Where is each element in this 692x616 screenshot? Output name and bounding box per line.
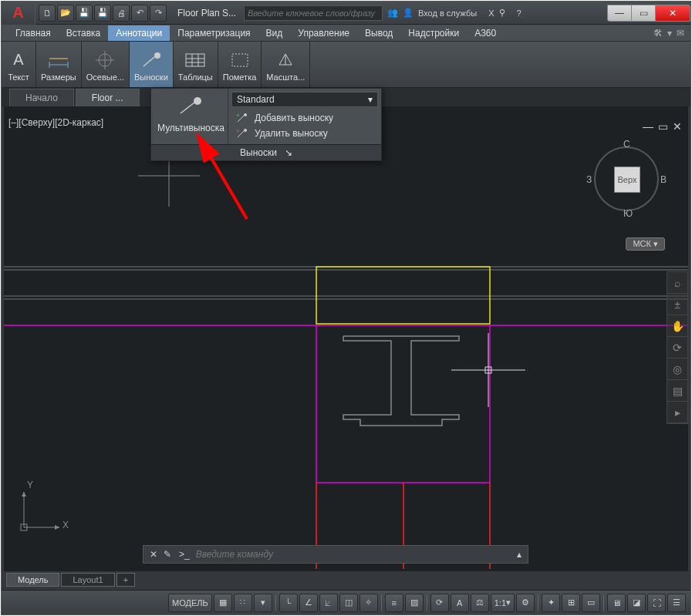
ribbon-text[interactable]: A Текст xyxy=(2,42,36,87)
tab-add-layout[interactable]: + xyxy=(116,573,135,587)
ribbon-dimensions[interactable]: Размеры xyxy=(36,42,82,87)
ribbon-markup[interactable]: Пометка xyxy=(218,42,262,87)
nav-zoom-icon[interactable]: ± xyxy=(667,294,687,315)
leaders-panel-title[interactable]: Выноски ↘ xyxy=(151,144,381,160)
ribbon-scale[interactable]: Масшта... xyxy=(262,42,310,87)
navigation-bar: ⌕ ± ✋ ⟳ ◎ ▤ ▸ xyxy=(667,271,688,424)
nav-pan-icon[interactable]: ✋ xyxy=(667,315,687,337)
cmdline-config-icon[interactable]: ✎ xyxy=(164,549,176,560)
status-isolate-icon[interactable]: ◪ xyxy=(627,594,646,612)
ribbon-center-label: Осевые... xyxy=(86,72,124,82)
tab-start[interactable]: Начало xyxy=(9,89,74,106)
status-cleanscreen-icon[interactable]: ⛶ xyxy=(647,594,666,612)
maximize-button[interactable]: ▭ xyxy=(631,5,656,22)
menu-addins[interactable]: Надстройки xyxy=(400,25,467,41)
nav-full-icon[interactable]: ⌕ xyxy=(667,272,687,294)
search-input[interactable] xyxy=(244,5,383,21)
status-transparency-icon[interactable]: ▨ xyxy=(405,594,424,612)
nav-wheel-icon[interactable]: ◎ xyxy=(667,358,687,380)
menu-annotations[interactable]: Аннотации xyxy=(108,25,170,41)
status-model-button[interactable]: МОДЕЛЬ xyxy=(168,594,212,612)
status-iso-icon[interactable]: ⟀ xyxy=(319,594,338,612)
help-icon[interactable]: ? xyxy=(517,8,522,18)
status-bar: МОДЕЛЬ ▦ ∷ ▾ └ ∠ ⟀ ◫ ✧ ≡ ▨ ⟳ A ⚖ 1:1 ▾ ⚙… xyxy=(2,590,690,614)
status-grid-icon[interactable]: ▦ xyxy=(214,594,232,612)
ribbon-leaders[interactable]: Выноски xyxy=(130,42,174,87)
menu-output[interactable]: Вывод xyxy=(357,25,400,41)
app-logo[interactable]: A xyxy=(2,2,35,25)
exchange-icon[interactable]: X xyxy=(488,8,494,18)
remove-leader-option[interactable]: × Удалить выноску xyxy=(231,126,378,141)
people-icon[interactable]: 👥 xyxy=(387,8,398,18)
status-units-icon[interactable]: ⊞ xyxy=(562,594,580,612)
saveas-icon[interactable]: 💾 xyxy=(94,5,111,22)
open-file-icon[interactable]: 📂 xyxy=(57,5,74,22)
status-osnap-icon[interactable]: ◫ xyxy=(339,594,358,612)
user-icon[interactable]: 👤 xyxy=(403,8,414,18)
redo-icon[interactable]: ↷ xyxy=(150,5,167,22)
close-button[interactable]: ✕ xyxy=(655,5,690,22)
svg-point-42 xyxy=(244,113,247,116)
nav-orbit-icon[interactable]: ⟳ xyxy=(667,337,687,358)
status-workspace-icon[interactable]: ✦ xyxy=(542,594,560,612)
leader-style-dropdown[interactable]: Standard ▾ xyxy=(231,92,378,107)
undo-icon[interactable]: ↶ xyxy=(131,5,148,22)
status-monitor-icon[interactable]: 🖥 xyxy=(607,594,626,612)
status-annotation-icon[interactable]: A xyxy=(451,594,469,612)
menu-home[interactable]: Главная xyxy=(8,25,59,41)
remove-leader-icon: × xyxy=(236,128,248,139)
status-customize-icon[interactable]: ☰ xyxy=(667,594,686,612)
menu-tools-icon[interactable]: 🛠 xyxy=(653,28,663,39)
app-window: A 🗋 📂 💾 💾 🖨 ↶ ↷ Floor Plan S... 👥 👤 Вход… xyxy=(1,1,691,615)
status-scale-button[interactable]: 1:1 ▾ xyxy=(491,594,515,612)
svg-text:+: + xyxy=(236,113,240,119)
status-snap-icon[interactable]: ∷ xyxy=(234,594,252,612)
layout-tabs: Модель Layout1 + xyxy=(6,573,135,587)
chevron-down-icon: ▾ xyxy=(368,94,373,105)
svg-marker-38 xyxy=(22,492,26,497)
menu-mail-icon[interactable]: ✉ xyxy=(677,28,684,39)
tab-document[interactable]: Floor ... xyxy=(76,89,140,106)
menu-a360[interactable]: A360 xyxy=(467,25,504,41)
cmdline-close-icon[interactable]: ✕ xyxy=(143,549,164,560)
menu-manage[interactable]: Управление xyxy=(290,25,357,41)
menu-parametric[interactable]: Параметризация xyxy=(170,25,258,41)
ribbon-centerlines[interactable]: Осевые... xyxy=(82,42,130,87)
status-lineweight-icon[interactable]: ≡ xyxy=(385,594,403,612)
login-link[interactable]: Вход в службы xyxy=(418,8,477,18)
status-quickprops-icon[interactable]: ▭ xyxy=(582,594,600,612)
status-cycling-icon[interactable]: ⟳ xyxy=(430,594,449,612)
add-leader-icon: + xyxy=(236,113,248,123)
quick-access-toolbar: 🗋 📂 💾 💾 🖨 ↶ ↷ xyxy=(35,5,170,22)
status-polar-icon[interactable]: ∠ xyxy=(299,594,318,612)
menu-view[interactable]: Вид xyxy=(258,25,291,41)
window-title: Floor Plan S... xyxy=(170,8,244,19)
menu-bar: Главная Вставка Аннотации Параметризация… xyxy=(2,25,690,42)
share-icon[interactable]: ⚲ xyxy=(499,8,505,18)
new-file-icon[interactable]: 🗋 xyxy=(39,5,56,22)
svg-rect-14 xyxy=(232,54,248,66)
status-gear-icon[interactable]: ⚙ xyxy=(516,594,535,612)
cmdline-expand-icon[interactable]: ▴ xyxy=(511,549,528,560)
command-input[interactable] xyxy=(193,549,511,560)
svg-text:×: × xyxy=(236,128,240,134)
status-3dosnap-icon[interactable]: ✧ xyxy=(360,594,378,612)
title-bar: A 🗋 📂 💾 💾 🖨 ↶ ↷ Floor Plan S... 👥 👤 Вход… xyxy=(2,2,690,25)
add-leader-option[interactable]: + Добавить выноску xyxy=(231,110,378,126)
status-annoscale-icon[interactable]: ⚖ xyxy=(471,594,489,612)
ribbon-tables[interactable]: Таблицы xyxy=(174,42,218,87)
minimize-button[interactable]: — xyxy=(607,5,632,22)
nav-collapse-icon[interactable]: ▸ xyxy=(667,402,687,423)
nav-show-icon[interactable]: ▤ xyxy=(667,380,687,402)
tab-layout1[interactable]: Layout1 xyxy=(61,573,114,587)
viewport[interactable]: [–][Сверху][2D-каркас] — ▭ ✕ Верх С Ю В … xyxy=(4,106,688,571)
svg-line-7 xyxy=(143,57,154,66)
tab-model[interactable]: Модель xyxy=(6,573,59,587)
cmdline-prompt: >_ xyxy=(176,549,193,560)
plot-icon[interactable]: 🖨 xyxy=(113,5,130,22)
status-dropdown-icon[interactable]: ▾ xyxy=(254,594,272,612)
status-ortho-icon[interactable]: └ xyxy=(279,594,298,612)
menu-insert[interactable]: Вставка xyxy=(59,25,109,41)
save-icon[interactable]: 💾 xyxy=(76,5,93,22)
multileader-button[interactable]: Мультивыноска xyxy=(151,89,228,144)
